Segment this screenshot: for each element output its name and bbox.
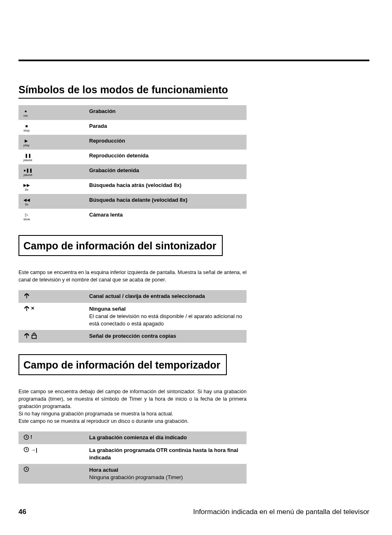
table-row: Señal de protección contra copias <box>18 330 247 343</box>
symbol-desc: Reproducción detenida <box>85 150 247 164</box>
page-number: 46 <box>18 508 26 516</box>
symbol-desc: Cámara lenta <box>85 209 247 224</box>
tuner-table: Canal actual / clavija de entrada selecc… <box>18 290 247 343</box>
antenna-x-icon: ✕ <box>23 305 35 312</box>
rec-pause-icon: ●❚❚ pause <box>23 168 32 177</box>
table-row: ! La grabación comienza el día indicado <box>18 431 247 444</box>
svg-rect-0 <box>32 335 37 339</box>
symbol-desc: Reproducción <box>85 135 247 150</box>
rec-icon: ● rec <box>23 109 28 118</box>
table-row: ● rec Grabación <box>18 105 247 120</box>
table-row: ❚❚ pause Reproducción detenida <box>18 150 247 164</box>
tuner-desc: Canal actual / clavija de entrada selecc… <box>85 290 247 303</box>
timer-desc: Hora actual Ninguna grabación programada… <box>85 464 247 484</box>
section3-title: Campo de información del temporizador <box>18 354 227 375</box>
footer: 46 Información indicada en el menú de pa… <box>18 508 369 516</box>
footer-title: Información indicada en el menú de panta… <box>193 508 369 516</box>
symbol-desc: Búsqueda hacia atrás (velocidad 8x) <box>85 179 247 194</box>
top-rule <box>18 60 369 61</box>
timer-desc: La grabación programada OTR continúa has… <box>85 444 247 464</box>
section2-title: Campo de información del sintonizador <box>18 235 223 256</box>
table-row: ✕ Ninguna señal El canal de televisión n… <box>18 303 247 330</box>
table-row: Canal actual / clavija de entrada selecc… <box>18 290 247 303</box>
table-row: ▶▶ 8x Búsqueda hacia atrás (velocidad 8x… <box>18 179 247 194</box>
table-row: ▷ slow Cámara lenta <box>18 209 247 224</box>
section1-title: Símbolos de los modos de funcionamiento <box>18 84 228 99</box>
table-row: →| La grabación programada OTR continúa … <box>18 444 247 464</box>
table-row: ■ stop Parada <box>18 120 247 135</box>
slow-icon: ▷ slow <box>23 213 30 221</box>
table-row: Hora actual Ninguna grabación programada… <box>18 464 247 484</box>
rewind-icon: ◀◀ 8x <box>23 198 30 206</box>
symbols-table: ● rec Grabación ■ stop Parada ▶ play <box>18 105 247 224</box>
tuner-desc: Ninguna señal El canal de televisión no … <box>85 303 247 330</box>
clock-icon <box>23 466 29 472</box>
table-row: ▶ play Reproducción <box>18 135 247 150</box>
antenna-lock-icon <box>23 332 37 339</box>
timer-desc: La grabación comienza el día indicado <box>85 431 247 444</box>
symbol-desc: Grabación <box>85 105 247 120</box>
tuner-desc: Señal de protección contra copias <box>85 330 247 343</box>
section2-intro: Este campo se encuentra en la esquina in… <box>18 269 247 284</box>
table-row: ●❚❚ pause Grabación detenida <box>18 164 247 179</box>
table-row: ◀◀ 8x Búsqueda hacia delante (velocidad … <box>18 194 247 209</box>
section3-intro: Este campo se encuentra debajo del campo… <box>18 388 247 425</box>
clock-alert-icon: ! <box>23 434 32 440</box>
pause-icon: ❚❚ pause <box>23 154 32 162</box>
antenna-icon <box>23 293 30 299</box>
stop-icon: ■ stop <box>23 124 30 132</box>
clock-end-icon: →| <box>23 447 37 453</box>
symbol-desc: Grabación detenida <box>85 164 247 179</box>
fast-forward-icon: ▶▶ 8x <box>23 183 30 191</box>
symbol-desc: Parada <box>85 120 247 135</box>
play-icon: ▶ play <box>23 139 30 147</box>
symbol-desc: Búsqueda hacia delante (velocidad 8x) <box>85 194 247 209</box>
timer-table: ! La grabación comienza el día indicado … <box>18 431 247 484</box>
